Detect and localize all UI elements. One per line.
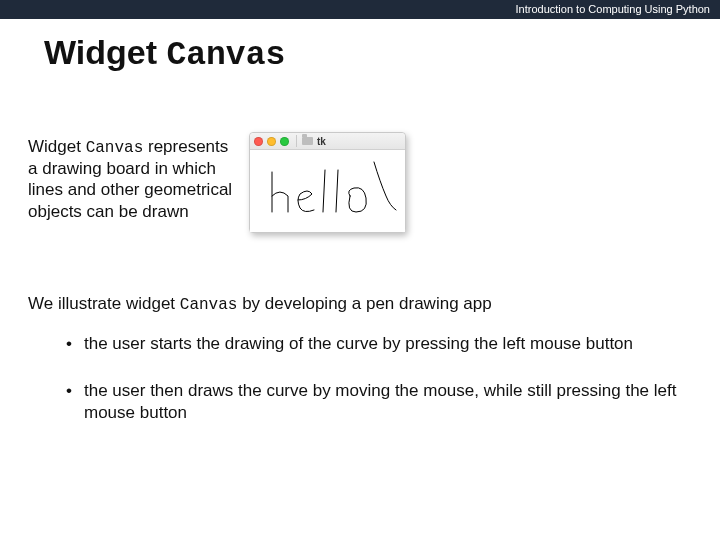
- slide-body: Widget Canvas represents a drawing board…: [0, 136, 720, 423]
- after-post: by developing a pen drawing app: [237, 294, 491, 313]
- tk-window-titlebar: tk: [250, 133, 405, 150]
- slide: Introduction to Computing Using Python W…: [0, 0, 720, 540]
- folder-icon: [302, 137, 313, 145]
- bullet-text: the user then draws the curve by moving …: [84, 381, 676, 421]
- hand-drawn-hello-icon: [250, 150, 405, 232]
- page-title: Widget Canvas: [0, 19, 720, 82]
- after-pre: We illustrate widget: [28, 294, 180, 313]
- desc-prefix: Widget: [28, 137, 86, 156]
- traffic-light-zoom-icon: [280, 137, 289, 146]
- illustrate-sentence: We illustrate widget Canvas by developin…: [28, 293, 692, 315]
- bullet-list: the user starts the drawing of the curve…: [66, 333, 692, 423]
- title-prefix: Widget: [44, 33, 166, 71]
- title-mono: Canvas: [166, 37, 285, 74]
- tk-canvas-area: [250, 150, 405, 232]
- titlebar-separator: [296, 135, 297, 147]
- breadcrumb: Introduction to Computing Using Python: [516, 3, 710, 15]
- list-item: the user starts the drawing of the curve…: [66, 333, 692, 354]
- list-item: the user then draws the curve by moving …: [66, 380, 692, 423]
- screenshot-wrap: tk: [249, 132, 406, 233]
- after-mono: Canvas: [180, 296, 238, 314]
- slide-header-bar: Introduction to Computing Using Python: [0, 0, 720, 19]
- desc-mono: Canvas: [86, 139, 144, 157]
- traffic-light-minimize-icon: [267, 137, 276, 146]
- traffic-light-close-icon: [254, 137, 263, 146]
- tk-window: tk: [249, 132, 406, 233]
- content-row: Widget Canvas represents a drawing board…: [28, 136, 692, 233]
- bullet-text: the user starts the drawing of the curve…: [84, 334, 633, 353]
- tk-window-title: tk: [317, 136, 326, 147]
- canvas-description: Widget Canvas represents a drawing board…: [28, 136, 233, 222]
